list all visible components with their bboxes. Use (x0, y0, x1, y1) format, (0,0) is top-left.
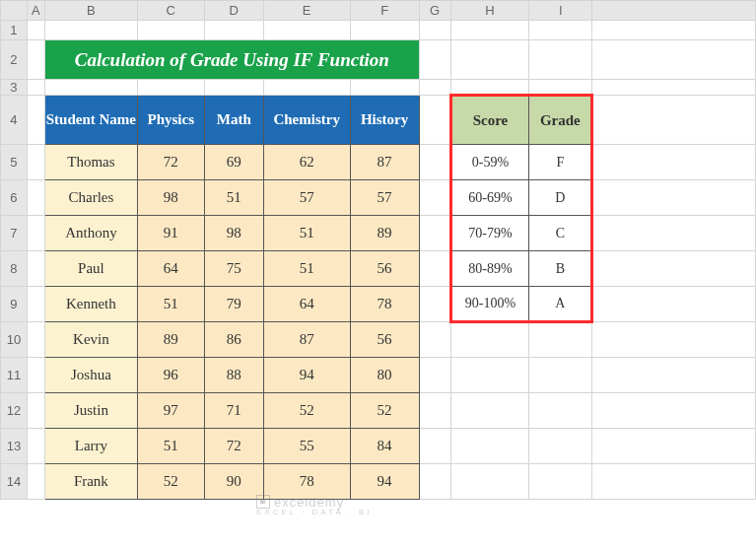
student-name[interactable]: Charles (44, 180, 137, 216)
score-cell[interactable]: 51 (204, 180, 263, 216)
col-header[interactable]: H (450, 1, 529, 21)
score-cell[interactable]: 87 (263, 322, 350, 358)
row-header[interactable]: 12 (1, 393, 28, 429)
header-chemistry[interactable]: Chemistry (263, 96, 350, 145)
row-header[interactable]: 14 (1, 464, 28, 500)
header-student-name[interactable]: Student Name (44, 96, 137, 145)
grade-letter[interactable]: B (529, 251, 592, 287)
score-cell[interactable]: 94 (350, 464, 419, 500)
grade-letter[interactable]: F (529, 145, 592, 180)
student-name[interactable]: Thomas (44, 145, 137, 180)
row-header[interactable]: 9 (1, 287, 28, 322)
score-cell[interactable]: 57 (263, 180, 350, 216)
student-name[interactable]: Larry (44, 429, 137, 464)
row-header[interactable]: 7 (1, 216, 28, 251)
score-cell[interactable]: 88 (204, 358, 263, 393)
row-header[interactable]: 13 (1, 429, 28, 464)
header-physics[interactable]: Physics (137, 96, 204, 145)
score-cell[interactable]: 89 (137, 322, 204, 358)
student-name[interactable]: Joshua (44, 358, 137, 393)
page-title[interactable]: Calculation of Grade Using IF Function (44, 40, 419, 80)
col-header[interactable]: C (137, 1, 204, 21)
watermark-tagline: EXCEL · DATA · BI (256, 508, 373, 516)
grade-range[interactable]: 70-79% (450, 216, 529, 251)
score-cell[interactable]: 78 (350, 287, 419, 322)
row-header[interactable]: 10 (1, 322, 28, 358)
score-cell[interactable]: 72 (137, 145, 204, 180)
score-cell[interactable]: 90 (204, 464, 263, 500)
score-cell[interactable]: 56 (350, 322, 419, 358)
row-header[interactable]: 11 (1, 358, 28, 393)
score-cell[interactable]: 89 (350, 216, 419, 251)
row-header[interactable]: 8 (1, 251, 28, 287)
grade-header-score[interactable]: Score (450, 96, 529, 145)
student-name[interactable]: Frank (44, 464, 137, 500)
row-header[interactable]: 3 (1, 80, 28, 96)
col-header[interactable]: G (419, 1, 450, 21)
select-all-corner[interactable] (1, 1, 28, 21)
score-cell[interactable]: 87 (350, 145, 419, 180)
score-cell[interactable]: 79 (204, 287, 263, 322)
row-header[interactable]: 5 (1, 145, 28, 180)
col-header[interactable]: I (529, 1, 592, 21)
student-name[interactable]: Justin (44, 393, 137, 429)
score-cell[interactable]: 86 (204, 322, 263, 358)
score-cell[interactable]: 80 (350, 358, 419, 393)
score-cell[interactable]: 64 (263, 287, 350, 322)
score-cell[interactable]: 98 (204, 216, 263, 251)
score-cell[interactable]: 52 (263, 393, 350, 429)
score-cell[interactable]: 71 (204, 393, 263, 429)
grade-letter[interactable]: A (529, 287, 592, 322)
score-cell[interactable]: 57 (350, 180, 419, 216)
score-cell[interactable]: 91 (137, 216, 204, 251)
row-header[interactable]: 1 (1, 21, 28, 40)
col-header[interactable]: E (263, 1, 350, 21)
score-cell[interactable]: 78 (263, 464, 350, 500)
grade-header-grade[interactable]: Grade (529, 96, 592, 145)
student-name[interactable]: Anthony (44, 216, 137, 251)
row-header[interactable]: 2 (1, 40, 28, 80)
score-cell[interactable]: 55 (263, 429, 350, 464)
score-cell[interactable]: 75 (204, 251, 263, 287)
score-cell[interactable]: 51 (263, 216, 350, 251)
score-cell[interactable]: 51 (137, 287, 204, 322)
score-cell[interactable]: 97 (137, 393, 204, 429)
student-name[interactable]: Paul (44, 251, 137, 287)
score-cell[interactable]: 98 (137, 180, 204, 216)
col-header[interactable]: A (27, 1, 44, 21)
score-cell[interactable]: 51 (137, 429, 204, 464)
grade-range[interactable]: 80-89% (450, 251, 529, 287)
header-math[interactable]: Math (204, 96, 263, 145)
grade-range[interactable]: 0-59% (450, 145, 529, 180)
row-header[interactable]: 6 (1, 180, 28, 216)
student-name[interactable]: Kenneth (44, 287, 137, 322)
student-name[interactable]: Kevin (44, 322, 137, 358)
grade-letter[interactable]: D (529, 180, 592, 216)
grade-range[interactable]: 90-100% (450, 287, 529, 322)
col-header[interactable] (592, 1, 756, 21)
score-cell[interactable]: 52 (350, 393, 419, 429)
score-cell[interactable]: 84 (350, 429, 419, 464)
score-cell[interactable]: 96 (137, 358, 204, 393)
col-header[interactable]: D (204, 1, 263, 21)
grade-letter[interactable]: C (529, 216, 592, 251)
score-cell[interactable]: 51 (263, 251, 350, 287)
score-cell[interactable]: 56 (350, 251, 419, 287)
score-cell[interactable]: 94 (263, 358, 350, 393)
col-header[interactable]: B (44, 1, 137, 21)
col-header[interactable]: F (350, 1, 419, 21)
score-cell[interactable]: 72 (204, 429, 263, 464)
score-cell[interactable]: 62 (263, 145, 350, 180)
spreadsheet-grid: A B C D E F G H I 1 2 Calculation of Gra… (0, 0, 756, 500)
row-header[interactable]: 4 (1, 96, 28, 145)
score-cell[interactable]: 69 (204, 145, 263, 180)
score-cell[interactable]: 52 (137, 464, 204, 500)
score-cell[interactable]: 64 (137, 251, 204, 287)
grade-range[interactable]: 60-69% (450, 180, 529, 216)
header-history[interactable]: History (350, 96, 419, 145)
